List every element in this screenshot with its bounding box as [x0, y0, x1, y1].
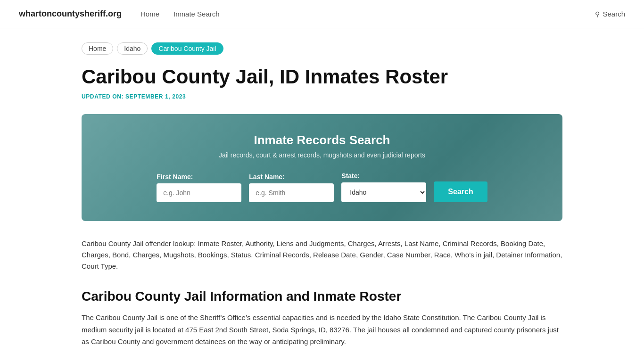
last-name-group: Last Name: — [249, 173, 334, 202]
breadcrumb: Home Idaho Caribou County Jail — [82, 42, 562, 55]
navbar: whartoncountysheriff.org Home Inmate Sea… — [0, 0, 644, 28]
first-name-label: First Name: — [157, 173, 193, 181]
navbar-search-label: Search — [603, 10, 625, 18]
breadcrumb-home[interactable]: Home — [82, 42, 113, 55]
section-heading: Caribou County Jail Information and Inma… — [82, 289, 562, 304]
first-name-input[interactable] — [157, 183, 241, 202]
page-title: Caribou County Jail, ID Inmates Roster — [82, 66, 562, 88]
main-content: Home Idaho Caribou County Jail Caribou C… — [63, 28, 581, 362]
search-widget: Inmate Records Search Jail records, cour… — [82, 114, 562, 221]
nav-link-inmate-search[interactable]: Inmate Search — [173, 10, 220, 18]
search-button[interactable]: Search — [434, 181, 487, 202]
search-form: First Name: Last Name: State: AlabamaAla… — [110, 172, 534, 202]
updated-prefix: UPDATED ON: — [82, 93, 124, 100]
updated-on: UPDATED ON: SEPTEMBER 1, 2023 — [82, 93, 562, 100]
search-widget-subtitle: Jail records, court & arrest records, mu… — [110, 151, 534, 159]
description-text: Caribou County Jail offender lookup: Inm… — [82, 238, 562, 272]
breadcrumb-idaho[interactable]: Idaho — [117, 42, 148, 55]
last-name-input[interactable] — [249, 183, 334, 202]
nav-link-home[interactable]: Home — [140, 10, 159, 18]
search-icon: ⚲ — [595, 10, 600, 18]
state-select[interactable]: AlabamaAlaskaArizonaArkansasCaliforniaCo… — [341, 182, 426, 202]
first-name-group: First Name: — [157, 173, 241, 202]
navbar-brand[interactable]: whartoncountysheriff.org — [19, 9, 122, 19]
navbar-search[interactable]: ⚲ Search — [595, 10, 625, 18]
navbar-nav: Home Inmate Search — [140, 10, 595, 18]
section-body: The Caribou County Jail is one of the Sh… — [82, 312, 562, 348]
breadcrumb-caribou[interactable]: Caribou County Jail — [151, 42, 223, 55]
updated-date: SEPTEMBER 1, 2023 — [125, 93, 186, 100]
search-widget-title: Inmate Records Search — [110, 133, 534, 148]
last-name-label: Last Name: — [249, 173, 284, 181]
state-group: State: AlabamaAlaskaArizonaArkansasCalif… — [341, 172, 426, 202]
state-label: State: — [341, 172, 360, 180]
